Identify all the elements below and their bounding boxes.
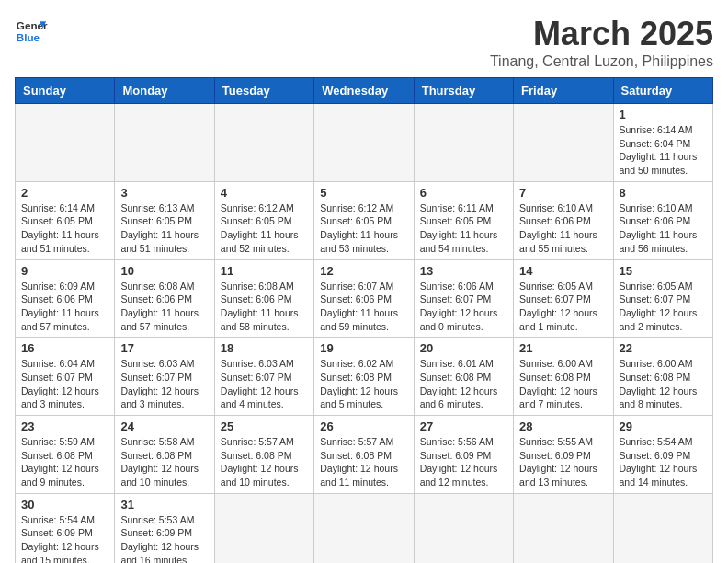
svg-text:Blue: Blue — [17, 31, 40, 43]
day-info: Sunrise: 5:56 AM Sunset: 6:09 PM Dayligh… — [420, 435, 507, 489]
day-info: Sunrise: 6:07 AM Sunset: 6:06 PM Dayligh… — [320, 280, 407, 334]
day-info: Sunrise: 6:00 AM Sunset: 6:08 PM Dayligh… — [620, 357, 707, 411]
calendar-table: SundayMondayTuesdayWednesdayThursdayFrid… — [15, 77, 713, 563]
day-header-saturday: Saturday — [613, 78, 712, 104]
day-info: Sunrise: 5:57 AM Sunset: 6:08 PM Dayligh… — [221, 435, 308, 489]
calendar-cell: 23Sunrise: 5:59 AM Sunset: 6:08 PM Dayli… — [16, 416, 115, 494]
day-number: 22 — [620, 341, 707, 355]
calendar-cell: 27Sunrise: 5:56 AM Sunset: 6:09 PM Dayli… — [414, 416, 513, 494]
day-number: 30 — [21, 498, 108, 511]
day-number: 4 — [221, 186, 308, 200]
day-number: 13 — [420, 264, 507, 278]
calendar-cell — [214, 493, 313, 563]
calendar-cell: 31Sunrise: 5:53 AM Sunset: 6:09 PM Dayli… — [115, 493, 214, 563]
calendar-week-row: 9Sunrise: 6:09 AM Sunset: 6:06 PM Daylig… — [16, 259, 713, 338]
day-number: 28 — [519, 419, 607, 433]
day-info: Sunrise: 6:06 AM Sunset: 6:07 PM Dayligh… — [420, 280, 507, 334]
calendar-cell: 20Sunrise: 6:01 AM Sunset: 6:08 PM Dayli… — [414, 338, 513, 416]
calendar-cell — [115, 104, 214, 182]
location-title: Tinang, Central Luzon, Philippines — [490, 53, 713, 70]
calendar-week-row: 23Sunrise: 5:59 AM Sunset: 6:08 PM Dayli… — [16, 416, 713, 494]
day-info: Sunrise: 5:57 AM Sunset: 6:08 PM Dayligh… — [320, 435, 407, 489]
day-info: Sunrise: 6:14 AM Sunset: 6:04 PM Dayligh… — [620, 123, 707, 178]
day-info: Sunrise: 6:12 AM Sunset: 6:05 PM Dayligh… — [221, 201, 308, 256]
day-header-tuesday: Tuesday — [214, 78, 313, 104]
day-number: 9 — [21, 264, 108, 278]
day-number: 14 — [519, 264, 607, 278]
calendar-cell: 1Sunrise: 6:14 AM Sunset: 6:04 PM Daylig… — [613, 104, 712, 182]
calendar-cell: 15Sunrise: 6:05 AM Sunset: 6:07 PM Dayli… — [613, 259, 712, 338]
day-number: 12 — [320, 264, 407, 278]
calendar-cell — [613, 493, 712, 563]
calendar-week-row: 1Sunrise: 6:14 AM Sunset: 6:04 PM Daylig… — [16, 104, 713, 182]
calendar-cell — [414, 493, 513, 563]
calendar-cell: 8Sunrise: 6:10 AM Sunset: 6:06 PM Daylig… — [613, 181, 712, 259]
day-number: 31 — [120, 498, 208, 511]
day-info: Sunrise: 6:08 AM Sunset: 6:06 PM Dayligh… — [120, 280, 208, 334]
day-number: 7 — [519, 186, 607, 200]
calendar-week-row: 16Sunrise: 6:04 AM Sunset: 6:07 PM Dayli… — [16, 338, 713, 416]
logo: General Blue — [15, 15, 48, 48]
day-number: 21 — [519, 341, 607, 355]
calendar-cell: 24Sunrise: 5:58 AM Sunset: 6:08 PM Dayli… — [115, 416, 214, 494]
calendar-cell — [16, 104, 115, 182]
calendar-cell: 17Sunrise: 6:03 AM Sunset: 6:07 PM Dayli… — [115, 338, 214, 416]
day-number: 25 — [221, 419, 308, 433]
day-info: Sunrise: 6:03 AM Sunset: 6:07 PM Dayligh… — [221, 357, 308, 411]
day-header-friday: Friday — [514, 78, 613, 104]
day-number: 17 — [120, 341, 208, 355]
day-info: Sunrise: 6:14 AM Sunset: 6:05 PM Dayligh… — [21, 201, 108, 256]
calendar-cell: 29Sunrise: 5:54 AM Sunset: 6:09 PM Dayli… — [613, 416, 712, 494]
calendar-week-row: 30Sunrise: 5:54 AM Sunset: 6:09 PM Dayli… — [16, 493, 713, 563]
calendar-cell: 22Sunrise: 6:00 AM Sunset: 6:08 PM Dayli… — [613, 338, 712, 416]
day-number: 11 — [221, 264, 308, 278]
calendar-cell — [314, 493, 414, 563]
month-title: March 2025 — [490, 15, 713, 53]
calendar-cell: 30Sunrise: 5:54 AM Sunset: 6:09 PM Dayli… — [16, 493, 115, 563]
calendar-week-row: 2Sunrise: 6:14 AM Sunset: 6:05 PM Daylig… — [16, 181, 713, 259]
calendar-cell: 9Sunrise: 6:09 AM Sunset: 6:06 PM Daylig… — [16, 259, 115, 338]
calendar-cell: 10Sunrise: 6:08 AM Sunset: 6:06 PM Dayli… — [115, 259, 214, 338]
calendar-cell: 28Sunrise: 5:55 AM Sunset: 6:09 PM Dayli… — [514, 416, 613, 494]
calendar-cell: 18Sunrise: 6:03 AM Sunset: 6:07 PM Dayli… — [214, 338, 313, 416]
calendar-cell: 21Sunrise: 6:00 AM Sunset: 6:08 PM Dayli… — [514, 338, 613, 416]
day-number: 26 — [320, 419, 407, 433]
day-header-monday: Monday — [115, 78, 214, 104]
day-number: 3 — [120, 186, 208, 200]
day-info: Sunrise: 6:12 AM Sunset: 6:05 PM Dayligh… — [320, 201, 407, 256]
day-number: 10 — [120, 264, 208, 278]
day-number: 2 — [21, 186, 108, 200]
calendar-cell: 7Sunrise: 6:10 AM Sunset: 6:06 PM Daylig… — [514, 181, 613, 259]
day-number: 23 — [21, 419, 108, 433]
calendar-cell — [314, 104, 414, 182]
day-number: 29 — [620, 419, 707, 433]
day-info: Sunrise: 6:11 AM Sunset: 6:05 PM Dayligh… — [420, 201, 507, 256]
day-number: 20 — [420, 341, 507, 355]
day-number: 19 — [320, 341, 407, 355]
calendar-cell: 11Sunrise: 6:08 AM Sunset: 6:06 PM Dayli… — [214, 259, 313, 338]
calendar-cell: 12Sunrise: 6:07 AM Sunset: 6:06 PM Dayli… — [314, 259, 414, 338]
logo-icon: General Blue — [15, 15, 48, 48]
day-number: 27 — [420, 419, 507, 433]
calendar-cell: 3Sunrise: 6:13 AM Sunset: 6:05 PM Daylig… — [115, 181, 214, 259]
day-number: 15 — [620, 264, 707, 278]
day-info: Sunrise: 6:10 AM Sunset: 6:06 PM Dayligh… — [519, 201, 607, 256]
calendar-cell — [514, 493, 613, 563]
day-number: 6 — [420, 186, 507, 200]
day-number: 5 — [320, 186, 407, 200]
day-number: 8 — [620, 186, 707, 200]
day-info: Sunrise: 6:05 AM Sunset: 6:07 PM Dayligh… — [519, 280, 607, 334]
calendar-header-row: SundayMondayTuesdayWednesdayThursdayFrid… — [16, 78, 713, 104]
day-info: Sunrise: 6:01 AM Sunset: 6:08 PM Dayligh… — [420, 357, 507, 411]
calendar-cell: 14Sunrise: 6:05 AM Sunset: 6:07 PM Dayli… — [514, 259, 613, 338]
day-info: Sunrise: 6:10 AM Sunset: 6:06 PM Dayligh… — [620, 201, 707, 256]
calendar-cell — [414, 104, 513, 182]
calendar-cell: 19Sunrise: 6:02 AM Sunset: 6:08 PM Dayli… — [314, 338, 414, 416]
day-info: Sunrise: 5:59 AM Sunset: 6:08 PM Dayligh… — [21, 435, 108, 489]
day-info: Sunrise: 6:08 AM Sunset: 6:06 PM Dayligh… — [221, 280, 308, 334]
calendar-cell: 16Sunrise: 6:04 AM Sunset: 6:07 PM Dayli… — [16, 338, 115, 416]
day-info: Sunrise: 6:03 AM Sunset: 6:07 PM Dayligh… — [120, 357, 208, 411]
title-area: March 2025 Tinang, Central Luzon, Philip… — [490, 15, 713, 70]
day-number: 1 — [620, 108, 707, 121]
day-header-wednesday: Wednesday — [314, 78, 414, 104]
